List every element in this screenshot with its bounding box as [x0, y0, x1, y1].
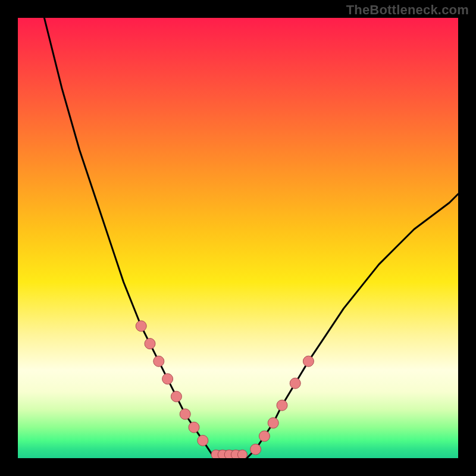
data-marker: [154, 356, 164, 367]
markers-group: [136, 321, 314, 458]
chart-frame: TheBottleneck.com: [0, 0, 476, 476]
chart-svg: [18, 18, 458, 458]
data-marker: [189, 422, 199, 433]
plot-area: [18, 18, 458, 458]
data-marker: [290, 378, 300, 389]
data-marker: [136, 321, 146, 331]
data-marker: [237, 450, 247, 458]
bottleneck-curve: [44, 18, 458, 458]
series-group: [44, 18, 458, 458]
data-marker: [145, 339, 155, 349]
data-marker: [162, 374, 173, 384]
data-marker: [303, 356, 314, 367]
data-marker: [198, 435, 208, 446]
data-marker: [171, 391, 181, 402]
watermark-text: TheBottleneck.com: [346, 2, 469, 18]
data-marker: [268, 418, 278, 428]
data-marker: [250, 444, 261, 455]
data-marker: [180, 409, 190, 419]
data-marker: [277, 400, 287, 411]
data-marker: [259, 431, 270, 441]
